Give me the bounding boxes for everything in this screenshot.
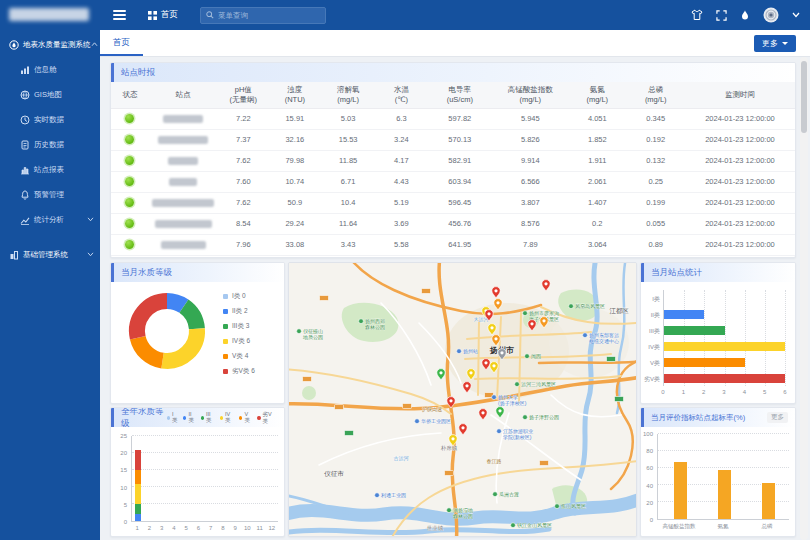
road-number-badge	[445, 471, 454, 476]
sidebar-item-history-data[interactable]: 历史数据	[0, 132, 100, 157]
legend-item-II类[interactable]: II类 2	[223, 304, 255, 319]
station-name-redacted	[163, 115, 203, 123]
history-data-icon	[20, 140, 30, 150]
value-cell: 0.345	[627, 108, 685, 129]
x-tick-label: 0	[659, 389, 667, 395]
gridline	[704, 290, 705, 386]
legend-label: V类 4	[232, 352, 248, 361]
legend-item-I类[interactable]: I类 0	[223, 289, 255, 304]
menu-grid-icon	[148, 11, 157, 20]
search-box[interactable]	[200, 7, 326, 24]
y-tick-label: 15	[113, 467, 127, 473]
legend-item-III类[interactable]: III类 3	[223, 319, 255, 334]
value-cell: 7.96	[218, 234, 270, 255]
stack-segment-劣V类	[135, 450, 141, 470]
column-header: 浊度(NTU)	[269, 82, 321, 108]
station-cell	[149, 234, 218, 255]
station-cell	[149, 150, 218, 171]
search-input[interactable]	[218, 11, 320, 20]
hamburger-menu-icon[interactable]	[113, 8, 126, 22]
sidebar-item-dashboard[interactable]: 信息舱	[0, 57, 100, 82]
map-label-poi-blue: 江苏旅游职业学院(新校区)	[497, 428, 533, 441]
base-system-icon	[9, 250, 19, 260]
tab-home[interactable]: 首页	[100, 30, 143, 56]
theme-shirt-icon[interactable]	[691, 9, 703, 21]
more-button[interactable]: 更多	[754, 35, 796, 52]
svg-text:春江路: 春江路	[487, 458, 502, 465]
gis-map-icon	[20, 90, 30, 100]
svg-text:江苏旅游职业学院(新校区): 江苏旅游职业学院(新校区)	[503, 428, 533, 441]
hbar-plot	[663, 290, 785, 386]
svg-text:运河三湾风景区: 运河三湾风景区	[521, 381, 556, 388]
panel-more-link[interactable]: 更多	[767, 412, 788, 423]
panel-title: 当月水质等级	[121, 267, 172, 279]
road-number-badge	[303, 377, 312, 382]
legend-swatch	[223, 369, 228, 374]
value-cell: 2024-01-23 12:00:00	[685, 192, 795, 213]
svg-text:利通工业园: 利通工业园	[381, 492, 406, 499]
column-header: 水温(℃)	[376, 82, 428, 108]
sidebar-item-station-report[interactable]: 站点报表	[0, 157, 100, 182]
user-avatar[interactable]	[763, 7, 779, 23]
legend-item-III类[interactable]: III类	[201, 411, 215, 424]
legend-item-劣V类[interactable]: 劣V类 6	[223, 364, 255, 379]
sidebar-item-statistics[interactable]: 统计分析	[0, 207, 100, 232]
app-logo	[9, 8, 89, 21]
x-tick-label: 4	[168, 525, 180, 531]
breadcrumb-home[interactable]: 首页	[161, 9, 178, 21]
legend-item-I类[interactable]: I类	[167, 411, 179, 424]
map-label-park: 运河三湾风景区	[515, 381, 556, 388]
value-cell: 15.53	[321, 129, 376, 150]
status-cell	[111, 234, 149, 255]
road-number-badge	[403, 404, 412, 409]
x-tick-label: 3	[720, 389, 728, 395]
stack-segment-V类	[135, 470, 141, 484]
sidebar-item-realtime-data[interactable]: 实时数据	[0, 107, 100, 132]
table-row: 8.5429.2411.643.69456.768.5760.20.055202…	[111, 213, 795, 234]
legend-item-V类[interactable]: V类 4	[223, 349, 255, 364]
value-cell: 7.62	[218, 192, 270, 213]
station-name-redacted	[158, 136, 208, 144]
main-content: 站点时报 状态站点pH值(无量纲)浊度(NTU)溶解氧(mg/L)水温(℃)电导…	[100, 57, 810, 540]
svg-text:华侨工业园区: 华侨工业园区	[421, 418, 451, 425]
value-cell: 11.64	[321, 213, 376, 234]
value-cell: 0.89	[627, 234, 685, 255]
x-tick-label: 2	[700, 389, 708, 395]
value-cell: 0.25	[627, 171, 685, 192]
status-cell	[111, 171, 149, 192]
legend-label: III类 3	[232, 322, 249, 331]
flame-icon[interactable]	[740, 9, 750, 21]
value-cell: 8.576	[492, 213, 568, 234]
sidebar-item-surface-water-system[interactable]: 地表水质量监测系统	[0, 32, 100, 57]
sidebar-item-gis-map[interactable]: GIS地图	[0, 82, 100, 107]
vertical-scrollbar[interactable]	[800, 57, 808, 540]
donut-segment-II类	[167, 301, 184, 306]
legend-item-劣V类[interactable]: 劣V类	[257, 411, 275, 425]
legend-label: I类 0	[232, 292, 246, 301]
stack-segment-III类	[135, 504, 141, 514]
caret-down-icon[interactable]	[792, 12, 800, 18]
gis-map[interactable]: 扬州市江都区仪征市扬州西郊森林公园仪征捺山地质公园凤凰岛风景区扬州市廖家沟唐子城…	[288, 262, 637, 537]
scrollbar-thumb[interactable]	[801, 61, 807, 133]
legend-item-IV类[interactable]: IV类 6	[223, 334, 255, 349]
value-cell: 4.43	[376, 171, 428, 192]
legend-item-IV类[interactable]: IV类	[220, 411, 234, 424]
value-cell: 2024-01-23 12:00:00	[685, 234, 795, 255]
fullscreen-icon[interactable]	[716, 10, 727, 21]
sidebar-nav: 地表水质量监测系统信息舱GIS地图实时数据历史数据站点报表预警管理统计分析基础管…	[0, 32, 100, 267]
sidebar-item-alert-management[interactable]: 预警管理	[0, 182, 100, 207]
value-cell: 7.60	[218, 171, 270, 192]
chevron-up-icon	[91, 42, 98, 47]
status-dot-online	[125, 135, 134, 144]
sidebar: 地表水质量监测系统信息舱GIS地图实时数据历史数据站点报表预警管理统计分析基础管…	[0, 0, 100, 540]
legend-label: II类 2	[232, 307, 248, 316]
breadcrumb[interactable]: 首页	[148, 9, 178, 21]
legend-item-II类[interactable]: II类	[183, 411, 196, 424]
caret-down-icon	[782, 42, 788, 45]
sidebar-item-base-management-system[interactable]: 基础管理系统	[0, 242, 100, 267]
legend-item-V类[interactable]: V类	[239, 411, 252, 424]
station-name-redacted	[152, 199, 214, 207]
status-cell	[111, 108, 149, 129]
station-cell	[149, 192, 218, 213]
station-name-redacted	[155, 220, 212, 228]
